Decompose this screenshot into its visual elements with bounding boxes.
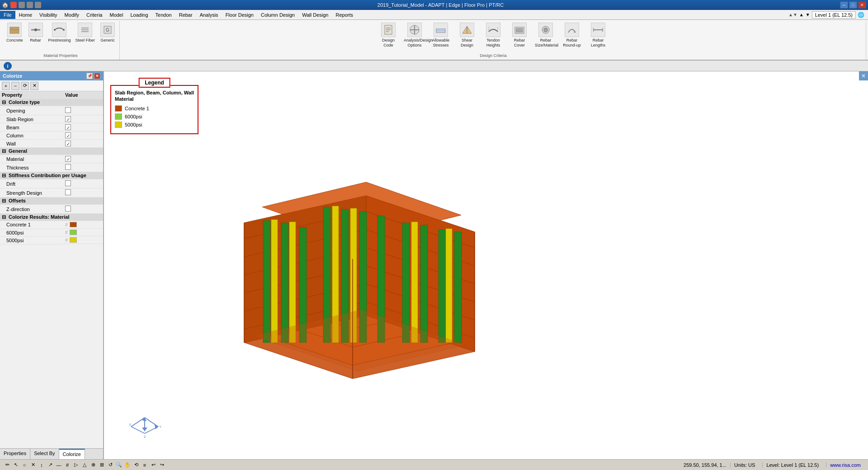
- menu-home[interactable]: Home: [15, 11, 36, 19]
- menu-column-design[interactable]: Column Design: [257, 11, 298, 19]
- level-up-btn[interactable]: ▲: [799, 12, 804, 17]
- ribbon-btn-analysis-design-options[interactable]: Analysis/Design Options: [402, 22, 427, 53]
- select-icon[interactable]: ▷: [72, 461, 80, 469]
- checkbox-column[interactable]: [65, 132, 71, 138]
- tab-properties[interactable]: Properties: [0, 449, 30, 459]
- ribbon-btn-design-code[interactable]: Design Code: [376, 22, 401, 53]
- ribbon-btn-allowable-stresses[interactable]: Allowable Stresses: [428, 22, 453, 53]
- expand-colorize-icon[interactable]: ⊟: [2, 99, 6, 105]
- ribbon-btn-shear-design[interactable]: Shear Design: [454, 22, 480, 53]
- prop-row-slab-region: Slab Region: [0, 115, 103, 123]
- tab-colorize[interactable]: Colorize: [59, 449, 85, 459]
- ribbon-btn-rebar-cover[interactable]: Rebar Cover: [507, 22, 532, 53]
- 6000psi-hash: #: [65, 230, 68, 235]
- generic-icon: G: [100, 23, 115, 37]
- 3d-model-view[interactable]: X Y Z: [104, 71, 868, 459]
- concrete1-swatch[interactable]: [70, 222, 77, 227]
- 6000psi-swatch[interactable]: [70, 230, 77, 235]
- panel-close-button[interactable]: ✕: [94, 73, 100, 79]
- maximize-button[interactable]: □: [849, 1, 857, 9]
- panel-remove-button[interactable]: −: [11, 82, 19, 90]
- checkbox-beam[interactable]: [65, 124, 71, 130]
- layer-icon[interactable]: ≡: [141, 461, 148, 469]
- expand-stiffness-icon[interactable]: ⊟: [2, 173, 6, 178]
- svg-text:G: G: [106, 28, 109, 33]
- minimize-button[interactable]: ─: [840, 1, 848, 9]
- ribbon-btn-prestressing[interactable]: Prestressing: [47, 22, 72, 44]
- viewport-close-button[interactable]: ✕: [859, 71, 868, 80]
- menu-modify[interactable]: Modify: [61, 11, 83, 19]
- expand-colorize-results-icon[interactable]: ⊟: [2, 214, 6, 220]
- undo-icon[interactable]: ↩: [150, 461, 157, 469]
- panel-refresh-button[interactable]: ⟳: [21, 82, 29, 90]
- pan-icon[interactable]: ✋: [124, 461, 131, 469]
- expand-general-icon[interactable]: ⊟: [2, 148, 6, 154]
- cursor-icon[interactable]: ↖: [12, 461, 19, 469]
- building-svg: [194, 108, 511, 379]
- menu-tendon[interactable]: Tendon: [152, 11, 175, 19]
- diagonal-icon[interactable]: ↗: [47, 461, 54, 469]
- ribbon-btn-concrete[interactable]: Concrete: [5, 22, 25, 44]
- checkbox-drift[interactable]: [65, 180, 71, 186]
- filter-icon[interactable]: △: [81, 461, 88, 469]
- menu-visibility[interactable]: Visibility: [36, 11, 61, 19]
- 5000psi-swatch[interactable]: [70, 237, 77, 243]
- checkbox-opening[interactable]: [65, 107, 71, 113]
- section-colorize-type: ⊟ Colorize type: [0, 99, 103, 106]
- snap-icon[interactable]: ⊕: [90, 461, 97, 469]
- panel-clear-button[interactable]: ✕: [30, 82, 38, 90]
- tab-select-by[interactable]: Select By: [30, 449, 59, 459]
- checkbox-material[interactable]: [65, 156, 71, 162]
- level-down-btn[interactable]: ▼: [806, 12, 810, 17]
- menu-analysis[interactable]: Analysis: [196, 11, 222, 19]
- checkbox-z-direction[interactable]: [65, 206, 71, 212]
- level-display[interactable]: Level 1 (EL 12.5): [812, 11, 856, 19]
- menu-rebar[interactable]: Rebar: [175, 11, 196, 19]
- panel-add-button[interactable]: +: [2, 82, 10, 90]
- steel-fiber-icon: [78, 23, 92, 37]
- menu-reports[interactable]: Reports: [332, 11, 357, 19]
- website-link[interactable]: www.risa.com: [826, 462, 864, 468]
- orbit-icon[interactable]: ⟲: [132, 461, 140, 469]
- rotate-icon[interactable]: ↺: [107, 461, 114, 469]
- redo-icon[interactable]: ↪: [158, 461, 165, 469]
- grid-icon[interactable]: ⊞: [98, 461, 105, 469]
- concrete1-hash: #: [65, 222, 68, 227]
- window-controls[interactable]: ─ □ ✕: [840, 1, 866, 9]
- ribbon-btn-rebar-lengths[interactable]: Rebar Lengths: [585, 22, 611, 53]
- steel-fiber-label: Steel Fiber: [75, 38, 95, 43]
- menu-loading[interactable]: Loading: [127, 11, 151, 19]
- move-icon[interactable]: ↕: [38, 461, 45, 469]
- ribbon-btn-steel-fiber[interactable]: Steel Fiber: [74, 22, 97, 44]
- ribbon-btn-rebar-size-material[interactable]: Rebar Size/Material: [533, 22, 558, 53]
- shear-design-icon: [460, 23, 474, 37]
- menu-model[interactable]: Model: [106, 11, 127, 19]
- checkbox-slab-region[interactable]: [65, 116, 71, 122]
- checkbox-thickness[interactable]: [65, 164, 71, 170]
- checkbox-strength-design[interactable]: [65, 189, 71, 195]
- ribbon-btn-rebar-roundup[interactable]: Rebar Round-up: [559, 22, 585, 53]
- menu-file[interactable]: File: [0, 11, 15, 19]
- ribbon-btn-rebar[interactable]: Rebar: [27, 22, 45, 44]
- expand-offsets-icon[interactable]: ⊟: [2, 198, 6, 203]
- design-criteria-buttons: Design Code Analysis/Design Options Allo…: [376, 22, 611, 53]
- zoom-icon[interactable]: 🔍: [115, 461, 123, 469]
- pencil-icon[interactable]: ✏: [4, 461, 11, 469]
- units-display: Units: US: [730, 462, 759, 468]
- allowable-stresses-icon: [434, 23, 448, 37]
- circle-icon[interactable]: ○: [21, 461, 28, 469]
- col-value: Value: [63, 91, 103, 99]
- ribbon-btn-tendon-heights[interactable]: Tendon Heights: [481, 22, 506, 53]
- ribbon-btn-generic[interactable]: G Generic: [99, 22, 117, 44]
- hash-icon[interactable]: #: [64, 461, 71, 469]
- menu-criteria[interactable]: Criteria: [83, 11, 106, 19]
- close-button[interactable]: ✕: [858, 1, 866, 9]
- checkbox-wall[interactable]: [65, 141, 71, 146]
- menu-floor-design[interactable]: Floor Design: [222, 11, 257, 19]
- viewport[interactable]: ✕ Legend Slab Region, Beam, Column, Wall…: [104, 71, 868, 459]
- legend-item-6000psi: 6000psi: [115, 113, 194, 120]
- dash-icon[interactable]: —: [55, 461, 62, 469]
- menu-wall-design[interactable]: Wall Design: [298, 11, 332, 19]
- cross-icon[interactable]: ✕: [29, 461, 37, 469]
- panel-pin-button[interactable]: 📌: [86, 73, 93, 79]
